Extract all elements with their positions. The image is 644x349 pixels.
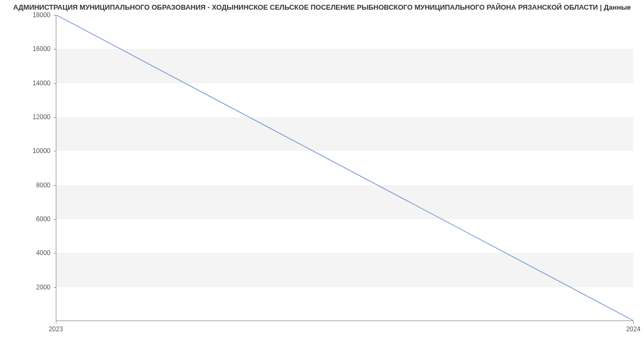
chart-plot-area: 2000400060008000100001200014000160001800…	[56, 15, 633, 321]
y-tick-label: 2000	[36, 283, 56, 291]
y-tick-label: 6000	[36, 215, 56, 223]
y-tick-label: 18000	[33, 11, 56, 19]
y-tick-label: 16000	[33, 45, 56, 53]
y-tick-label: 4000	[36, 249, 56, 257]
chart-line-svg	[56, 15, 633, 321]
y-tick-label: 12000	[33, 113, 56, 121]
chart-line	[56, 15, 633, 321]
x-tick-mark	[633, 321, 634, 324]
chart-plot	[56, 15, 633, 321]
y-tick-label: 8000	[36, 181, 56, 189]
y-tick-label: 10000	[33, 147, 56, 155]
y-tick-label: 14000	[33, 79, 56, 87]
x-tick-mark	[56, 321, 56, 324]
chart-title: АДМИНИСТРАЦИЯ МУНИЦИПАЛЬНОГО ОБРАЗОВАНИЯ…	[0, 0, 644, 13]
